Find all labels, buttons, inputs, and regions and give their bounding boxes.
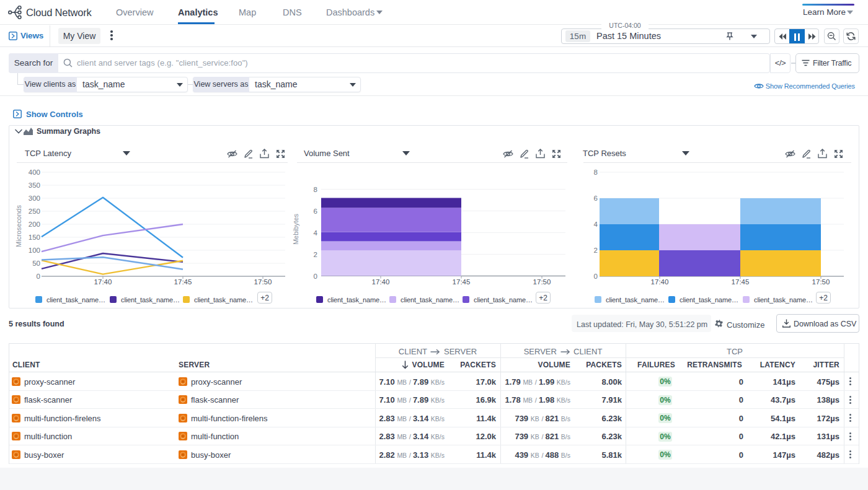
- svg-text:17:50: 17:50: [812, 278, 830, 286]
- svg-text:250: 250: [29, 208, 40, 215]
- svg-text:4: 4: [594, 221, 598, 228]
- svg-text:0: 0: [37, 273, 40, 280]
- svg-text:17:45: 17:45: [732, 278, 750, 286]
- svg-text:17:50: 17:50: [533, 278, 551, 286]
- svg-text:200: 200: [29, 221, 40, 228]
- svg-text:17:40: 17:40: [651, 278, 669, 286]
- svg-text:17:45: 17:45: [453, 278, 471, 286]
- svg-text:17:45: 17:45: [174, 278, 192, 286]
- svg-text:Mebibytes: Mebibytes: [292, 213, 299, 245]
- svg-text:8: 8: [594, 168, 598, 176]
- svg-text:17:40: 17:40: [94, 278, 112, 286]
- svg-text:6: 6: [314, 208, 317, 215]
- svg-text:400: 400: [29, 168, 40, 176]
- svg-text:100: 100: [29, 247, 40, 254]
- svg-text:50: 50: [32, 260, 40, 267]
- svg-text:17:50: 17:50: [254, 278, 272, 286]
- svg-text:8: 8: [314, 186, 317, 193]
- svg-text:2: 2: [314, 251, 317, 258]
- svg-text:300: 300: [29, 195, 40, 202]
- svg-text:4: 4: [314, 229, 318, 237]
- svg-text:17:40: 17:40: [372, 278, 390, 286]
- svg-text:0: 0: [594, 273, 598, 280]
- svg-text:350: 350: [29, 182, 40, 189]
- svg-text:Microseconds: Microseconds: [15, 205, 22, 247]
- svg-text:0: 0: [314, 273, 317, 280]
- svg-text:150: 150: [29, 234, 40, 241]
- svg-text:6: 6: [594, 195, 598, 202]
- svg-text:2: 2: [594, 247, 598, 254]
